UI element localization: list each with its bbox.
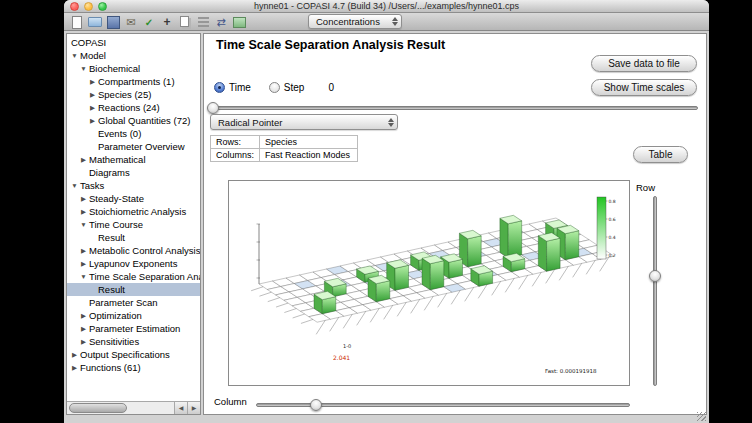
chevron-right-icon[interactable]: ▶ — [88, 91, 97, 99]
titlebar[interactable]: hynne01 - COPASI 4.7 (Build 34) /Users/.… — [64, 0, 709, 13]
chevron-down-icon[interactable]: ▼ — [70, 52, 79, 59]
pointer-dropdown[interactable]: Radical Pointer — [210, 114, 398, 130]
plot-color-legend — [597, 197, 606, 259]
chevron-right-icon[interactable]: ▶ — [79, 208, 88, 216]
3d-bar-plot: 0.80.60.40.21-02.041Fast: 0.000191918 — [229, 181, 631, 387]
sidebar-item-global-quantities-72[interactable]: ▶Global Quantities (72) — [67, 114, 200, 127]
time-slider-track[interactable] — [210, 106, 698, 110]
scroll-left-arrow[interactable]: ◀ — [174, 402, 187, 414]
chevron-right-icon[interactable]: ▶ — [88, 104, 97, 112]
row-slider-track[interactable] — [653, 196, 657, 386]
chevron-right-icon[interactable]: ▶ — [79, 195, 88, 203]
snapshot-icon[interactable] — [232, 15, 246, 29]
sidebar-item-compartments-1[interactable]: ▶Compartments (1) — [67, 75, 200, 88]
row-slider-knob[interactable] — [649, 270, 661, 282]
minimize-button[interactable] — [84, 2, 93, 11]
sidebar-item-species-25[interactable]: ▶Species (25) — [67, 88, 200, 101]
plot-bar — [422, 255, 444, 289]
step-value: 0 — [328, 82, 334, 93]
sidebar-item-label: Mathematical — [88, 154, 146, 165]
step-radio-label: Step — [284, 82, 305, 93]
zoom-button[interactable] — [98, 2, 107, 11]
scrollbar-thumb[interactable] — [69, 403, 127, 413]
export-mail-icon[interactable]: ✉ — [124, 15, 138, 29]
plot-bar — [314, 291, 336, 313]
chevron-right-icon[interactable]: ▶ — [79, 156, 88, 164]
sidebar-item-parameter-overview[interactable]: Parameter Overview — [67, 140, 200, 153]
chevron-right-icon[interactable]: ▶ — [88, 78, 97, 86]
chevron-right-icon[interactable]: ▶ — [79, 260, 88, 268]
show-time-scales-button[interactable]: Show Time scales — [591, 79, 697, 96]
sidebar-item-label: Biochemical — [88, 63, 140, 74]
resize-grip[interactable] — [697, 412, 706, 421]
add-icon[interactable]: + — [160, 15, 174, 29]
sidebar-item-label: Diagrams — [88, 167, 130, 178]
sidebar-item-label: Metabolic Control Analysis — [88, 245, 200, 256]
sidebar-item-sensitivities[interactable]: ▶Sensitivities — [67, 335, 200, 348]
sidebar-item-optimization[interactable]: ▶Optimization — [67, 309, 200, 322]
sidebar-item-result[interactable]: Result — [67, 231, 200, 244]
chevron-down-icon[interactable]: ▼ — [79, 273, 88, 280]
sidebar-item-label: Time Scale Separation Analysis — [88, 271, 200, 282]
concentrations-dropdown[interactable]: Concentrations — [308, 14, 402, 29]
sidebar-item-metabolic-control-analysis[interactable]: ▶Metabolic Control Analysis — [67, 244, 200, 257]
pointer-dropdown-value: Radical Pointer — [211, 117, 384, 128]
sidebar-item-result[interactable]: Result — [67, 283, 200, 296]
sidebar-item-diagrams[interactable]: Diagrams — [67, 166, 200, 179]
chevron-right-icon[interactable]: ▶ — [79, 338, 88, 346]
plot-annotation: 1-0 — [343, 343, 351, 349]
sidebar-item-label: Parameter Scan — [88, 297, 158, 308]
sidebar-item-time-scale-separation-analysis[interactable]: ▼Time Scale Separation Analysis — [67, 270, 200, 283]
sidebar-item-mathematical[interactable]: ▶Mathematical — [67, 153, 200, 166]
tree-horizontal-scrollbar[interactable]: ◀ ▶ — [67, 401, 200, 414]
chevron-down-icon[interactable]: ▼ — [79, 65, 88, 72]
sidebar-item-parameter-scan[interactable]: Parameter Scan — [67, 296, 200, 309]
chevron-right-icon[interactable]: ▶ — [70, 364, 79, 372]
chevron-right-icon[interactable]: ▶ — [70, 351, 79, 359]
sliders-icon[interactable] — [196, 15, 210, 29]
close-button[interactable] — [70, 2, 79, 11]
scroll-right-arrow[interactable]: ▶ — [187, 402, 200, 414]
sidebar-item-output-specifications[interactable]: ▶Output Specifications — [67, 348, 200, 361]
sidebar-item-tasks[interactable]: ▼Tasks — [67, 179, 200, 192]
sidebar-item-stoichiometric-analysis[interactable]: ▶Stoichiometric Analysis — [67, 205, 200, 218]
open-folder-icon[interactable] — [88, 15, 102, 29]
new-file-icon[interactable] — [70, 15, 84, 29]
sidebar-item-label: Output Specifications — [79, 349, 170, 360]
check-icon[interactable]: ✓ — [142, 15, 156, 29]
table-button[interactable]: Table — [633, 146, 688, 163]
copy-icon[interactable] — [178, 15, 192, 29]
plot-z-axis — [257, 224, 261, 284]
navigation-tree: COPASI▼Model▼Biochemical▶Compartments (1… — [67, 36, 200, 374]
chevron-right-icon[interactable]: ▶ — [88, 117, 97, 125]
sidebar-item-time-course[interactable]: ▼Time Course — [67, 218, 200, 231]
sidebar-item-label: Parameter Overview — [97, 141, 185, 152]
chevron-right-icon[interactable]: ▶ — [79, 247, 88, 255]
sidebar-item-label: Parameter Estimation — [88, 323, 180, 334]
step-radio[interactable] — [269, 82, 280, 93]
sidebar-item-label: Reactions (24) — [97, 102, 160, 113]
sidebar-item-model[interactable]: ▼Model — [67, 49, 200, 62]
time-radio[interactable] — [214, 82, 225, 93]
chevron-right-icon[interactable]: ▶ — [79, 325, 88, 333]
save-data-button[interactable]: Save data to file — [591, 55, 697, 72]
sidebar-item-lyapunov-exponents[interactable]: ▶Lyapunov Exponents — [67, 257, 200, 270]
sidebar-item-steady-state[interactable]: ▶Steady-State — [67, 192, 200, 205]
sidebar-item-copasi[interactable]: COPASI — [67, 36, 200, 49]
plot-bar — [500, 215, 522, 257]
sidebar-item-functions-61[interactable]: ▶Functions (61) — [67, 361, 200, 374]
sidebar-item-reactions-24[interactable]: ▶Reactions (24) — [67, 101, 200, 114]
window-title: hynne01 - COPASI 4.7 (Build 34) /Users/.… — [64, 0, 709, 13]
time-slider-knob[interactable] — [207, 102, 219, 114]
save-icon[interactable] — [106, 15, 120, 29]
chevron-right-icon[interactable]: ▶ — [79, 312, 88, 320]
sidebar-item-label: Lyapunov Exponents — [88, 258, 177, 269]
chevron-down-icon[interactable]: ▼ — [70, 182, 79, 189]
swap-arrows-icon[interactable]: ⇄ — [214, 15, 228, 29]
sidebar-item-parameter-estimation[interactable]: ▶Parameter Estimation — [67, 322, 200, 335]
chevron-down-icon[interactable]: ▼ — [79, 221, 88, 228]
sidebar-item-biochemical[interactable]: ▼Biochemical — [67, 62, 200, 75]
dropdown-arrows-icon — [384, 118, 397, 127]
sidebar-item-events-0[interactable]: Events (0) — [67, 127, 200, 140]
column-slider-knob[interactable] — [310, 399, 322, 411]
